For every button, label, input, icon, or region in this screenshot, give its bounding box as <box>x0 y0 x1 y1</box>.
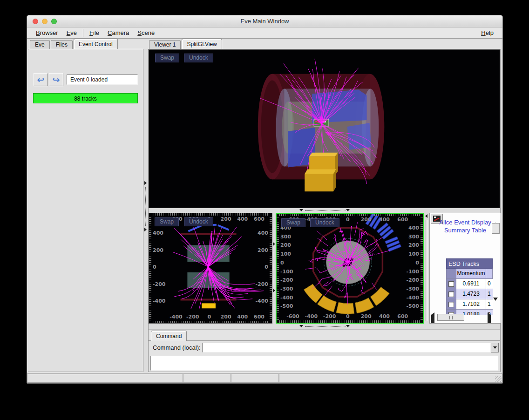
splitter-arrow-icon <box>346 209 350 211</box>
command-history-dropdown[interactable] <box>491 343 499 352</box>
menu-camera[interactable]: Camera <box>103 28 133 38</box>
swap-button[interactable]: Swap <box>155 54 179 62</box>
table-row: 1.4723 1 <box>446 289 493 299</box>
command-input[interactable] <box>202 343 491 352</box>
esd-rows: 0.6911 0 1.4723 1 1.7102 1 1.0188 0 <box>446 279 493 315</box>
status-segment <box>231 373 279 383</box>
table-row: 0.6911 0 <box>446 279 493 289</box>
axis-ticks <box>152 213 269 216</box>
scroll-up-button[interactable] <box>493 215 498 223</box>
esd-column-headers: Momentum <box>446 269 493 279</box>
previous-event-button[interactable]: ↩ <box>34 73 48 86</box>
tab-command[interactable]: Command <box>151 331 187 341</box>
splitter-arrow-icon <box>144 228 147 231</box>
sidebar-splitter[interactable] <box>143 49 148 372</box>
window-title: Eve Main Window <box>27 18 502 25</box>
viewer-hsplitter-top[interactable] <box>149 208 500 213</box>
momentum-cell: 1.4723 <box>456 289 486 299</box>
momentum-cell: 1.7102 <box>456 299 486 310</box>
resize-grip[interactable] <box>495 376 502 383</box>
row-checkbox[interactable] <box>448 302 454 307</box>
viewer-tabbar: Viewer 1 SplitGLView <box>149 39 223 49</box>
tab-underline <box>149 340 500 341</box>
swap-button[interactable]: Swap <box>155 217 179 226</box>
axis-ticks <box>149 216 151 320</box>
titlebar[interactable]: Eve Main Window <box>27 15 502 27</box>
rphi-left-axis: 4003002001000-100-200-300-400-500 <box>280 214 296 323</box>
row-checkbox[interactable] <box>448 291 454 297</box>
scroll-right-button[interactable] <box>488 315 491 323</box>
splitter-dots <box>305 210 346 211</box>
rphi-right-axis: 4003002001000-100-200-300-400-500 <box>403 214 419 323</box>
down-arrow-icon <box>493 298 498 309</box>
splitter-dots <box>305 326 346 327</box>
tab-splitglview[interactable]: SplitGLView <box>182 39 222 49</box>
clipped-cell: 0 <box>486 279 493 289</box>
hscroll-thumb[interactable] <box>437 314 464 321</box>
menu-file[interactable]: File <box>85 28 103 38</box>
rhoz-right-axis: 4002000-200-400 <box>254 213 268 323</box>
main-3d-viewer[interactable]: Swap Undock <box>149 49 500 208</box>
groove-line <box>426 220 426 321</box>
splitter-dots <box>274 247 274 287</box>
rhoz-2d-viewer[interactable]: -400-2000200400600 -400-2000200400600 40… <box>149 213 272 324</box>
command-label: Command (local): <box>153 344 201 351</box>
status-segment <box>27 373 183 383</box>
scroll-down-button[interactable] <box>493 301 498 309</box>
splitglview-panel: Swap Undock <box>148 49 501 372</box>
grip-line <box>449 316 450 319</box>
row-checkbox[interactable] <box>448 281 454 287</box>
clipped-cell: 1 <box>486 289 493 299</box>
esd-group-header: ESD Tracks <box>446 258 493 269</box>
scroll-left-button[interactable] <box>431 315 434 323</box>
rphi-render <box>277 214 423 323</box>
vscroll-thumb[interactable] <box>492 223 500 234</box>
menu-scene[interactable]: Scene <box>133 28 159 38</box>
command-panel: Command Command (local): <box>149 329 500 372</box>
momentum-column-header[interactable]: Momentum <box>456 269 486 279</box>
splitter-arrow-icon <box>273 242 275 246</box>
axis-ticks <box>279 320 420 323</box>
tab-files[interactable]: Files <box>51 40 73 49</box>
splitter-arrow-icon <box>299 209 303 211</box>
status-segment <box>183 373 231 383</box>
undock-button[interactable]: Undock <box>184 217 213 226</box>
next-event-button[interactable]: ↪ <box>49 73 63 86</box>
groove-line <box>427 220 428 321</box>
tab-event-control[interactable]: Event Control <box>74 39 118 49</box>
undock-button[interactable]: Undock <box>184 54 213 62</box>
splitter-dots <box>145 187 146 226</box>
menu-browser[interactable]: Browser <box>32 28 62 38</box>
eve-main-window: Eve Main Window Browser Eve File Camera … <box>27 15 503 384</box>
splitter-arrow-icon <box>346 325 350 327</box>
axis-ticks <box>279 214 420 216</box>
command-output-area[interactable] <box>150 356 498 371</box>
viewer-hsplitter-bottom[interactable] <box>149 324 500 329</box>
event-status-field[interactable]: Event 0 loaded <box>67 75 138 85</box>
undock-button[interactable]: Undock <box>310 218 339 227</box>
bottom-vsplitter[interactable] <box>272 213 276 324</box>
axis-ticks <box>277 217 279 320</box>
splitter-arrow-icon <box>273 289 275 292</box>
summary-splitter[interactable] <box>424 213 429 324</box>
event-control-panel: ↩ ↪ Event 0 loaded 88 tracks <box>28 49 143 372</box>
next-arrow-icon: ↪ <box>53 75 60 84</box>
momentum-cell: 0.6911 <box>456 279 486 289</box>
tab-eve[interactable]: Eve <box>30 40 50 49</box>
sidebar-tabbar: Eve Files Event Control <box>30 39 119 49</box>
dropdown-arrow-icon <box>493 346 497 349</box>
checkbox-cell <box>446 289 456 299</box>
summary-panel: Alice Event Display Summary Table ESD Tr… <box>429 213 501 324</box>
rphi-2d-viewer-selected[interactable]: -600-400-2000200400600 -600-400-20002004… <box>276 213 424 324</box>
menu-help[interactable]: Help <box>477 28 498 38</box>
checkbox-cell <box>446 299 456 310</box>
esd-tracks-table: ESD Tracks Momentum 0.6911 0 1.4723 1 <box>446 258 493 315</box>
splitter-arrow-icon <box>299 325 303 327</box>
prev-arrow-icon: ↩ <box>37 75 45 84</box>
swap-button[interactable]: Swap <box>281 218 305 227</box>
grip-line <box>451 316 451 319</box>
tab-viewer-1[interactable]: Viewer 1 <box>149 40 181 49</box>
clipped-cell: 1 <box>486 299 493 310</box>
menubar: Browser Eve File Camera Scene Help <box>27 27 502 39</box>
menu-eve[interactable]: Eve <box>62 28 81 38</box>
